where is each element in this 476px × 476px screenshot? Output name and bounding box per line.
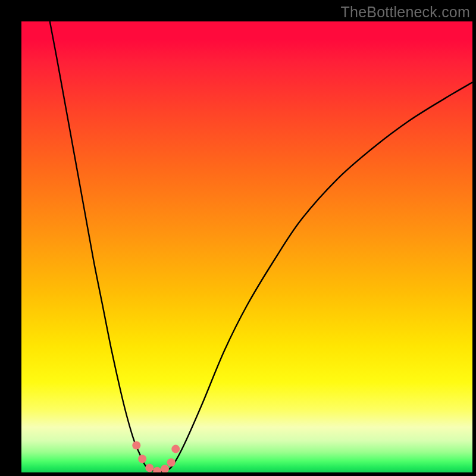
bottleneck-curve bbox=[50, 21, 472, 471]
valley-marker bbox=[132, 441, 140, 450]
marker-group bbox=[132, 441, 180, 472]
valley-marker bbox=[145, 464, 154, 472]
valley-marker bbox=[138, 455, 146, 463]
valley-marker bbox=[161, 465, 169, 472]
valley-marker bbox=[171, 445, 180, 453]
valley-marker bbox=[167, 458, 176, 466]
valley-marker bbox=[153, 467, 161, 472]
plot-area bbox=[21, 21, 472, 472]
watermark-text: TheBottleneck.com bbox=[341, 4, 470, 21]
chart-frame: TheBottleneck.com bbox=[0, 0, 476, 476]
curve-layer bbox=[21, 21, 472, 472]
